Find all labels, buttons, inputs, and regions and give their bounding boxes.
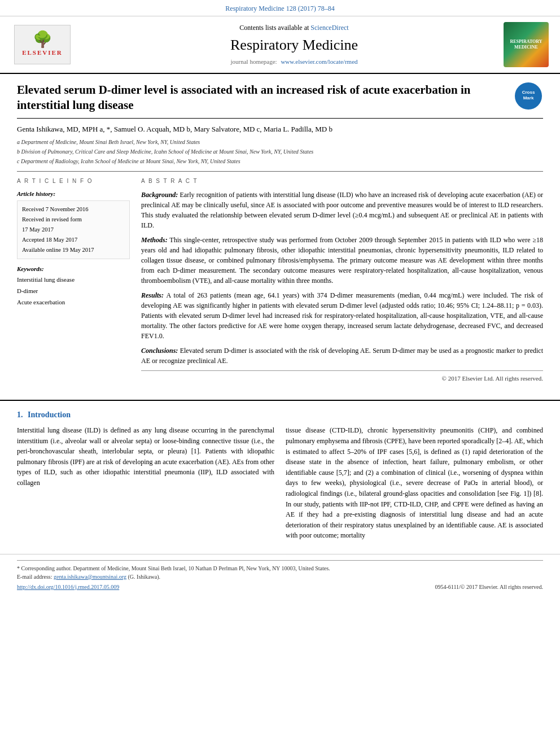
- homepage-prefix: journal homepage:: [230, 58, 277, 65]
- keywords-list: Interstitial lung disease D-dimer Acute …: [17, 274, 130, 308]
- sciencedirect-link[interactable]: ScienceDirect: [310, 24, 348, 32]
- background-text: Early recognition of patients with inter…: [141, 191, 543, 229]
- abstract-copyright: © 2017 Elsevier Ltd. All rights reserved…: [141, 370, 543, 383]
- article-info-column: A R T I C L E I N F O Article history: R…: [17, 177, 130, 383]
- journal-header-center: Contents lists available at ScienceDirec…: [85, 23, 504, 67]
- body-section: 1. Introduction Interstitial lung diseas…: [0, 409, 560, 545]
- elsevier-tree-icon: 🌳: [33, 32, 53, 47]
- results-text: A total of 263 patients (mean age, 64.1 …: [141, 291, 543, 340]
- keyword-1: Interstitial lung disease: [17, 274, 130, 286]
- email-label: E-mail address:: [17, 574, 54, 580]
- email-address: E-mail address: genta.ishikawa@mountsina…: [17, 573, 543, 581]
- sciencedirect-line: Contents lists available at ScienceDirec…: [85, 23, 504, 33]
- conclusions-text: Elevated serum D-dimer is associated wit…: [141, 347, 543, 365]
- intro-paragraph-1: Interstitial lung disease (ILD) is defin…: [17, 425, 274, 488]
- journal-reference: Respiratory Medicine 128 (2017) 78–84: [225, 5, 334, 12]
- abstract-header: A B S T R A C T: [141, 177, 543, 185]
- email-link[interactable]: genta.ishikawa@mountsinai.org: [54, 574, 126, 580]
- conclusions-title: Conclusions:: [141, 347, 178, 355]
- section-number: 1.: [17, 410, 23, 419]
- affiliation-c: c Department of Radiology, Icahn School …: [17, 157, 543, 165]
- revised-label: Received in revised form: [22, 215, 125, 225]
- email-suffix: (G. Ishikawa).: [128, 574, 160, 580]
- methods-text: This single-center, retrospective study …: [141, 236, 543, 285]
- section-divider: [0, 400, 560, 401]
- abstract-background: Background: Early recognition of patient…: [141, 190, 543, 230]
- article-dates: Received 7 November 2016 Received in rev…: [17, 200, 130, 259]
- journal-header: 🌳 ELSEVIER Contents lists available at S…: [0, 16, 560, 74]
- footer-copyright: 0954-6111/© 2017 Elsevier. All rights re…: [435, 583, 543, 591]
- revised-date: 17 May 2017: [22, 225, 125, 235]
- article-title-section: Elevated serum D-dimer level is associat…: [17, 82, 543, 119]
- affiliation-a: a Department of Medicine, Mount Sinai Be…: [17, 138, 543, 146]
- intro-paragraph-2: tissue disease (CTD-ILD), chronic hypers…: [286, 425, 543, 541]
- journal-logo-text: RESPIRATORYMEDICINE: [510, 39, 542, 51]
- homepage-url[interactable]: www.elsevier.com/locate/rmed: [281, 58, 357, 65]
- keyword-3: Acute exacerbation: [17, 297, 130, 308]
- abstract-results: Results: A total of 263 patients (mean a…: [141, 290, 543, 341]
- corresponding-author-text: * Corresponding author. Department of Me…: [17, 564, 543, 573]
- svg-text:Mark: Mark: [523, 95, 534, 101]
- abstract-conclusions: Conclusions: Elevated serum D-dimer is a…: [141, 346, 543, 366]
- crossmark-icon: Cross Mark: [515, 82, 542, 110]
- article-title: Elevated serum D-dimer level is associat…: [17, 82, 506, 113]
- received-date: Received 7 November 2016: [22, 204, 125, 215]
- background-title: Background:: [141, 191, 178, 199]
- available-date: Available online 19 May 2017: [22, 245, 125, 255]
- abstract-column: A B S T R A C T Background: Early recogn…: [141, 177, 543, 383]
- corresponding-author-footnote: * Corresponding author. Department of Me…: [17, 560, 543, 581]
- svg-text:Cross: Cross: [522, 90, 535, 95]
- affiliations: a Department of Medicine, Mount Sinai Be…: [17, 138, 543, 165]
- body-left-column: 1. Introduction Interstitial lung diseas…: [17, 409, 274, 545]
- article-main: Elevated serum D-dimer level is associat…: [0, 74, 560, 391]
- elsevier-brand-text: ELSEVIER: [22, 49, 63, 57]
- journal-homepage-line: journal homepage: www.elsevier.com/locat…: [85, 58, 504, 66]
- article-history-label: Article history:: [17, 190, 130, 198]
- elsevier-logo-image: 🌳 ELSEVIER: [14, 25, 71, 64]
- elsevier-logo: 🌳 ELSEVIER: [11, 25, 73, 64]
- body-right-column: tissue disease (CTD-ILD), chronic hypers…: [286, 409, 543, 545]
- results-title: Results:: [141, 291, 164, 299]
- page: Respiratory Medicine 128 (2017) 78–84 🌳 …: [0, 0, 560, 747]
- introduction-title: 1. Introduction: [17, 409, 274, 421]
- doi-link[interactable]: http://dx.doi.org/10.1016/j.rmed.2017.05…: [17, 583, 119, 591]
- crossmark-badge[interactable]: Cross Mark: [515, 82, 543, 111]
- methods-title: Methods:: [141, 236, 168, 244]
- authors-text: Genta Ishikawa, MD, MPH a, *, Samuel O. …: [17, 125, 333, 133]
- authors-line: Genta Ishikawa, MD, MPH a, *, Samuel O. …: [17, 124, 543, 134]
- keyword-2: D-dimer: [17, 286, 130, 297]
- abstract-methods: Methods: This single-center, retrospecti…: [141, 235, 543, 286]
- footer-section: * Corresponding author. Department of Me…: [0, 554, 560, 594]
- keywords-label: Keywords:: [17, 265, 130, 273]
- journal-reference-banner: Respiratory Medicine 128 (2017) 78–84: [0, 0, 560, 16]
- accepted-date: Accepted 18 May 2017: [22, 235, 125, 245]
- article-info-header: A R T I C L E I N F O: [17, 177, 130, 185]
- journal-logo-right: RESPIRATORYMEDICINE: [504, 22, 549, 67]
- footer-links-row: http://dx.doi.org/10.1016/j.rmed.2017.05…: [17, 583, 543, 591]
- journal-title: Respiratory Medicine: [85, 35, 504, 55]
- affiliation-b: b Division of Pulmonary, Critical Care a…: [17, 147, 543, 156]
- article-info-abstract-section: A R T I C L E I N F O Article history: R…: [17, 171, 543, 383]
- contents-text: Contents lists available at: [239, 24, 309, 32]
- section-title: Introduction: [28, 410, 71, 419]
